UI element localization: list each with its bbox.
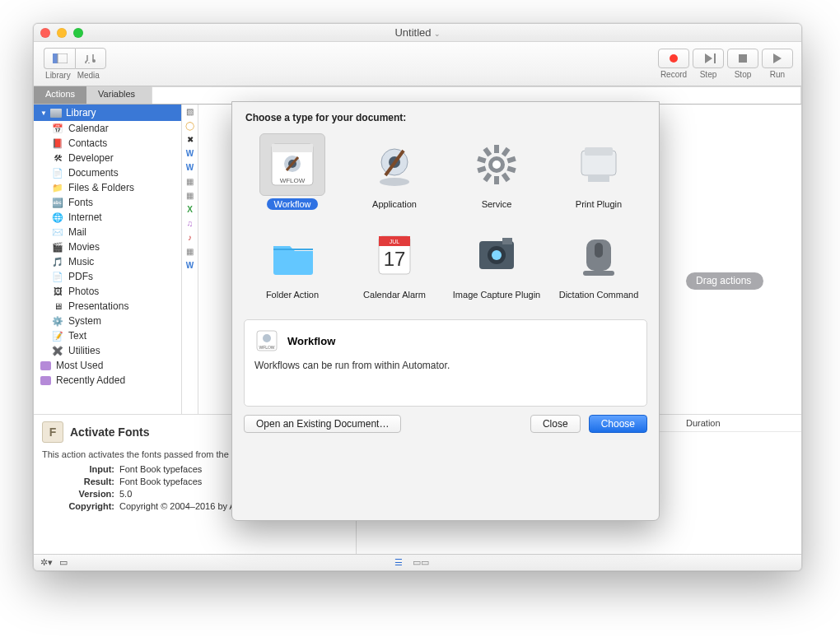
doctype-label: Service [482, 199, 512, 221]
sidebar-item-utilities[interactable]: ✖️Utilities [34, 343, 181, 358]
traffic-light-close[interactable] [40, 28, 50, 38]
doctype-folder-action[interactable]: Folder Action [242, 224, 343, 311]
view-list-icon[interactable]: ▭▭ [413, 557, 429, 568]
doctype-label: Print Plugin [576, 199, 622, 221]
doctype-icon [566, 133, 632, 196]
category-icon: 📅 [52, 123, 63, 134]
svg-rect-33 [502, 238, 512, 244]
panel-toggle-icon[interactable]: ▭ [59, 557, 68, 568]
svg-rect-1 [58, 53, 68, 63]
library-icon [50, 109, 62, 118]
doctype-service[interactable]: Service [446, 133, 547, 221]
svg-rect-0 [53, 53, 58, 63]
category-icon: ⚙️ [52, 315, 63, 327]
category-icon: 📕 [52, 137, 63, 149]
doctype-application[interactable]: Application [344, 133, 445, 221]
library-toggle-button[interactable] [44, 48, 75, 69]
media-toggle-button[interactable] [75, 48, 106, 69]
workflow-hint: Drag actions or files here to build your… [686, 272, 763, 290]
doctype-image-capture-plugin[interactable]: Image Capture Plugin [446, 224, 547, 311]
svg-rect-35 [595, 243, 603, 258]
svg-point-10 [380, 178, 409, 186]
doctype-label: Calendar Alarm [363, 290, 426, 311]
gear-icon[interactable]: ✲▾ [40, 557, 53, 568]
doctype-print-plugin[interactable]: Print Plugin [548, 133, 649, 221]
doctype-icon [259, 224, 325, 286]
sidebar-item-pdfs[interactable]: 📄PDFs [34, 269, 181, 284]
doctype-icon [464, 133, 530, 196]
category-icon: ✖️ [52, 345, 63, 356]
stop-button[interactable]: Stop [727, 49, 758, 79]
automator-window: Untitled⌄ Library Media Record Step Stop… [33, 23, 802, 571]
svg-rect-36 [583, 271, 614, 276]
sidebar-item-music[interactable]: 🎵Music [34, 254, 181, 269]
category-icon: ✉️ [52, 226, 63, 238]
sidebar-library-header[interactable]: ▼ Library [34, 105, 181, 121]
sidebar-item-presentations[interactable]: 🖥Presentations [34, 299, 181, 314]
category-icon: 📝 [52, 330, 63, 342]
sidebar-item-movies[interactable]: 🎬Movies [34, 239, 181, 254]
category-icon: 🔤 [52, 197, 63, 208]
svg-rect-16 [502, 173, 511, 183]
sidebar-item-internet[interactable]: 🌐Internet [34, 210, 181, 225]
sidebar-item-documents[interactable]: 📄Documents [34, 165, 181, 180]
category-icon: 🎵 [52, 256, 63, 267]
smart-folder-icon [40, 361, 51, 370]
doctype-calendar-alarm[interactable]: JUL17Calendar Alarm [344, 224, 445, 311]
doctype-icon [362, 133, 427, 196]
svg-rect-21 [483, 147, 492, 157]
category-icon: 🛠 [52, 152, 63, 164]
sidebar-item-contacts[interactable]: 📕Contacts [34, 136, 181, 151]
doctype-label: Workflow [267, 199, 317, 221]
sidebar-item-mail[interactable]: ✉️Mail [34, 225, 181, 239]
doctype-icon [566, 224, 632, 286]
window-title: Untitled⌄ [394, 26, 440, 39]
doctype-dictation-command[interactable]: Dictation Command [548, 224, 649, 311]
sidebar-item-developer[interactable]: 🛠Developer [34, 151, 181, 165]
svg-point-39 [263, 334, 271, 342]
open-existing-button[interactable]: Open an Existing Document… [244, 415, 401, 433]
tab-actions[interactable]: Actions [34, 86, 86, 104]
svg-point-32 [492, 250, 502, 260]
sidebar-item-text[interactable]: 📝Text [34, 328, 181, 343]
category-icon: 📄 [52, 271, 63, 282]
category-icon: 🖼 [52, 286, 63, 297]
category-icon: 🎬 [52, 241, 63, 253]
svg-rect-13 [502, 147, 511, 157]
doctype-label: Image Capture Plugin [453, 290, 540, 311]
sidebar-item-calendar[interactable]: 📅Calendar [34, 121, 181, 136]
action-title: Activate Fonts [70, 425, 149, 439]
traffic-light-minimize[interactable] [57, 28, 67, 38]
svg-rect-15 [506, 165, 516, 173]
doctype-label: Dictation Command [559, 290, 639, 311]
library-label: Library [45, 71, 71, 80]
category-icon: 🖥 [52, 300, 63, 312]
stop-icon [739, 54, 747, 63]
traffic-light-zoom[interactable] [73, 28, 83, 38]
record-button[interactable]: Record [658, 49, 689, 79]
type-description-box: WFLOW Workflow Workflows can be run from… [244, 319, 647, 407]
disclosure-triangle-icon: ▼ [40, 109, 47, 117]
step-button[interactable]: Step [693, 49, 724, 79]
svg-rect-19 [477, 165, 486, 173]
svg-rect-17 [494, 176, 499, 184]
sidebar-mostused[interactable]: Most Used [34, 358, 181, 373]
sidebar-item-fonts[interactable]: 🔤Fonts [34, 195, 181, 210]
media-label: Media [77, 71, 100, 80]
svg-point-2 [92, 59, 96, 63]
view-flow-icon[interactable]: ☰ [394, 557, 403, 568]
svg-rect-24 [585, 147, 613, 156]
sidebar-item-system[interactable]: ⚙️System [34, 314, 181, 328]
doctype-workflow[interactable]: WFLOWWorkflow [242, 133, 343, 221]
sidebar-item-photos[interactable]: 🖼Photos [34, 284, 181, 299]
sidebar-item-files-folders[interactable]: 📁Files & Folders [34, 180, 181, 195]
smart-folder-icon [40, 376, 51, 385]
duration-header: Duration [686, 418, 785, 428]
close-button[interactable]: Close [530, 415, 581, 433]
run-button[interactable]: Run [762, 49, 793, 79]
choose-button[interactable]: Choose [589, 415, 647, 433]
fonts-icon: F [42, 421, 63, 443]
sidebar-recentlyadded[interactable]: Recently Added [34, 373, 181, 388]
doctype-label: Application [372, 199, 417, 221]
tab-variables[interactable]: Variables [86, 86, 147, 104]
